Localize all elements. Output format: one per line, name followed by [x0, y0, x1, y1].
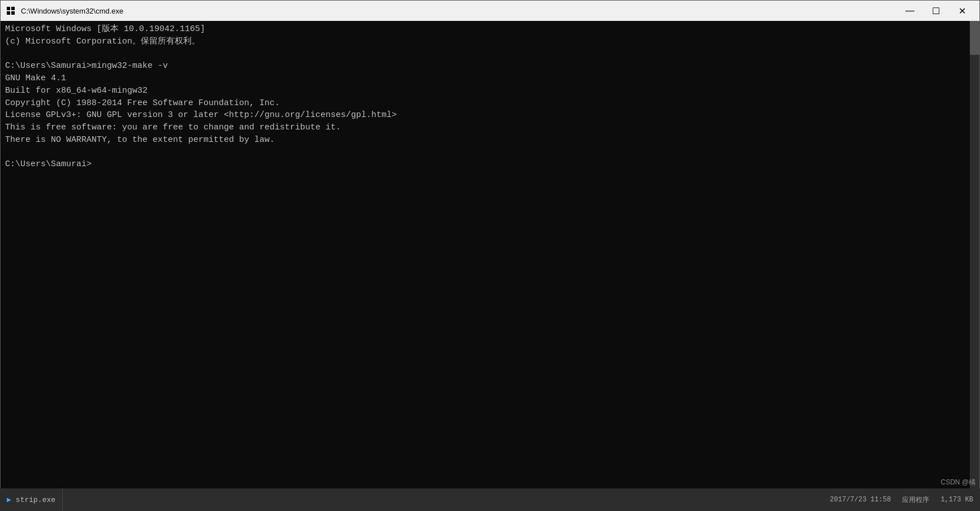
- taskbar-file-item: ▶ strip.exe: [0, 488, 63, 511]
- taskbar-info: 2017/7/23 11:58 应用程序 1,173 KB: [830, 495, 980, 505]
- minimize-button[interactable]: —: [897, 1, 923, 21]
- scrollbar-thumb[interactable]: [970, 21, 979, 55]
- title-bar: C:\Windows\system32\cmd.exe — ☐ ✕: [1, 1, 979, 21]
- watermark: CSDN @橘: [940, 478, 975, 487]
- window-title: C:\Windows\system32\cmd.exe: [21, 7, 897, 15]
- svg-rect-2: [7, 11, 10, 15]
- cmd-window: C:\Windows\system32\cmd.exe — ☐ ✕ Micros…: [0, 0, 980, 511]
- svg-rect-0: [7, 7, 10, 10]
- file-size: 1,173 KB: [940, 496, 973, 504]
- svg-rect-1: [11, 7, 15, 10]
- taskbar: ▶ strip.exe 2017/7/23 11:58 应用程序 1,173 K…: [0, 488, 980, 511]
- maximize-button[interactable]: ☐: [923, 1, 949, 21]
- terminal-body[interactable]: Microsoft Windows [版本 10.0.19042.1165] (…: [1, 21, 979, 510]
- window-icon: [5, 5, 16, 16]
- terminal-output: Microsoft Windows [版本 10.0.19042.1165] (…: [5, 23, 975, 171]
- window-controls: — ☐ ✕: [897, 1, 975, 21]
- file-icon: ▶: [7, 495, 11, 504]
- scrollbar[interactable]: [970, 21, 979, 510]
- file-name: strip.exe: [16, 496, 55, 504]
- close-button[interactable]: ✕: [949, 1, 975, 21]
- file-type: 应用程序: [902, 495, 929, 505]
- file-date: 2017/7/23 11:58: [830, 496, 891, 504]
- svg-rect-3: [11, 11, 15, 15]
